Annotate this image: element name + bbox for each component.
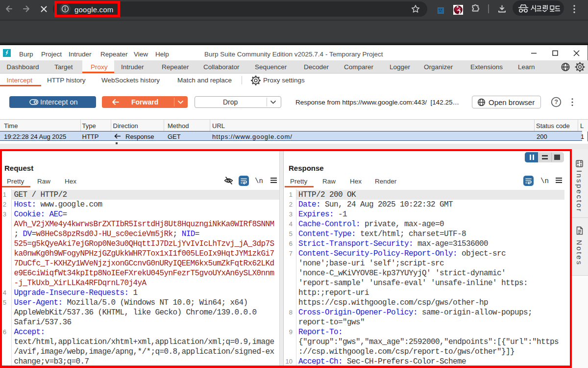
svg-text:?: ? bbox=[554, 99, 558, 105]
